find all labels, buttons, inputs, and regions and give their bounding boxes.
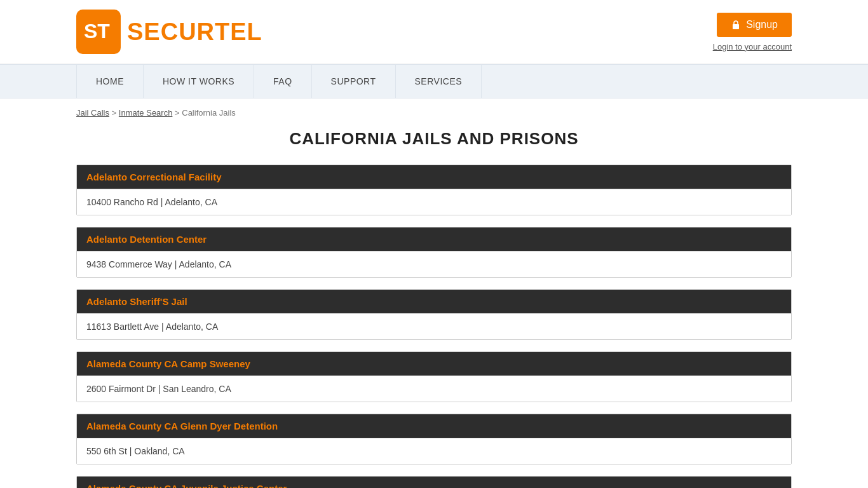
facility-card[interactable]: Adelanto Sheriff'S Jail11613 Bartlett Av… — [76, 289, 792, 340]
logo-part1: SECUR — [127, 18, 215, 45]
facility-address: 11613 Bartlett Ave | Adelanto, CA — [77, 313, 791, 339]
breadcrumb-inmate-search[interactable]: Inmate Search — [119, 108, 173, 118]
facility-card[interactable]: Alameda County CA Glenn Dyer Detention55… — [76, 414, 792, 464]
facility-name: Adelanto Sheriff'S Jail — [86, 296, 782, 307]
facility-card[interactable]: Adelanto Correctional Facility10400 Ranc… — [76, 165, 792, 215]
facilities-list: Adelanto Correctional Facility10400 Ranc… — [76, 165, 792, 488]
nav-faq[interactable]: FAQ — [254, 65, 312, 98]
breadcrumb-current: California Jails — [182, 108, 236, 118]
login-link[interactable]: Login to your account — [713, 42, 792, 51]
facility-address: 2600 Fairmont Dr | San Leandro, CA — [77, 376, 791, 402]
svg-rect-2 — [733, 24, 739, 29]
facility-card[interactable]: Alameda County CA Camp Sweeney2600 Fairm… — [76, 351, 792, 402]
nav-how-it-works[interactable]: HOW IT WORKS — [144, 65, 254, 98]
facility-address: 9438 Commerce Way | Adelanto, CA — [77, 251, 791, 277]
logo-icon: ST — [76, 10, 121, 54]
nav-support[interactable]: SUPPORT — [312, 65, 396, 98]
facility-name: Adelanto Detention Center — [86, 234, 782, 245]
page-title: CALIFORNIA JAILS AND PRISONS — [76, 129, 792, 149]
facility-header: Alameda County CA Juvenile Justice Cente… — [77, 477, 791, 488]
svg-text:ST: ST — [84, 20, 110, 43]
facility-header: Alameda County CA Camp Sweeney — [77, 352, 791, 376]
logo-text: SECURTEL — [127, 18, 262, 46]
facility-header: Adelanto Sheriff'S Jail — [77, 290, 791, 313]
facility-address: 550 6th St | Oakland, CA — [77, 438, 791, 464]
facility-name: Alameda County CA Camp Sweeney — [86, 358, 782, 369]
facility-name: Adelanto Correctional Facility — [86, 172, 782, 182]
main-content: CALIFORNIA JAILS AND PRISONS Adelanto Co… — [0, 123, 868, 488]
facility-header: Alameda County CA Glenn Dyer Detention — [77, 414, 791, 438]
lock-icon — [731, 20, 741, 30]
facility-name: Alameda County CA Glenn Dyer Detention — [86, 421, 782, 431]
facility-header: Adelanto Correctional Facility — [77, 165, 791, 189]
facility-name: Alameda County CA Juvenile Justice Cente… — [86, 483, 782, 488]
signup-button[interactable]: Signup — [717, 13, 792, 37]
facility-card[interactable]: Adelanto Detention Center9438 Commerce W… — [76, 227, 792, 278]
logo-area: ST SECURTEL — [76, 10, 262, 54]
breadcrumb-jail-calls[interactable]: Jail Calls — [76, 108, 109, 118]
logo-part2: TEL — [215, 18, 262, 45]
nav-home[interactable]: HOME — [76, 65, 144, 98]
facility-address: 10400 Rancho Rd | Adelanto, CA — [77, 189, 791, 215]
facility-card[interactable]: Alameda County CA Juvenile Justice Cente… — [76, 476, 792, 488]
facility-header: Adelanto Detention Center — [77, 227, 791, 251]
header: ST SECURTEL Signup Login to your account — [0, 0, 868, 64]
nav-services[interactable]: SERVICES — [396, 65, 482, 98]
breadcrumb: Jail Calls > Inmate Search > California … — [0, 98, 868, 123]
header-right: Signup Login to your account — [713, 13, 792, 51]
nav: HOME HOW IT WORKS FAQ SUPPORT SERVICES — [0, 64, 868, 98]
